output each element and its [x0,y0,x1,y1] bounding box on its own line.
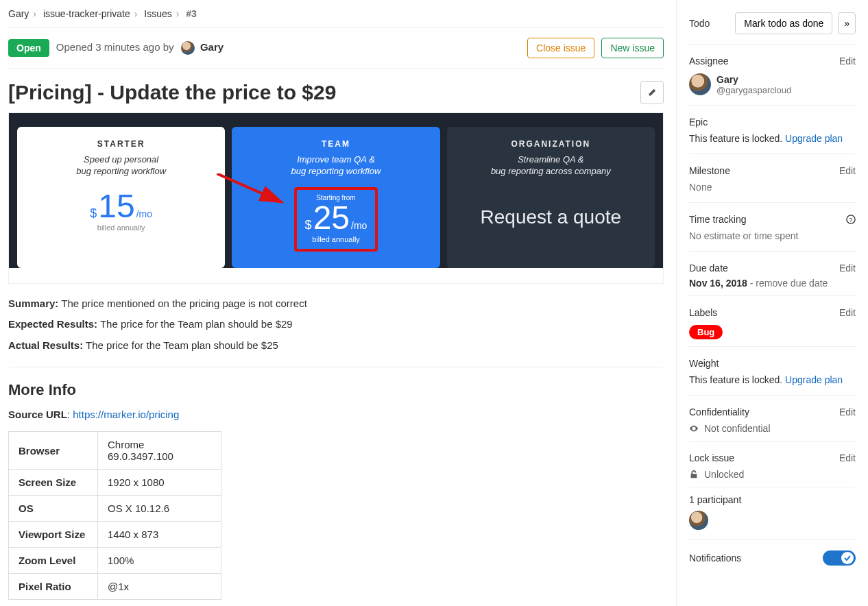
lock-issue-value: Unlocked [704,469,744,480]
notifications-toggle[interactable] [823,550,856,566]
opened-text: Opened 3 minutes ago by Gary [56,41,224,55]
pencil-icon [647,88,657,97]
table-row: BrowserChrome 69.0.3497.100 [9,432,221,470]
source-url-link[interactable]: https://marker.io/pricing [73,409,179,420]
todo-label: Todo [689,18,710,29]
status-badge: Open [8,39,49,57]
weight-title: Weight [689,358,719,369]
plan-starter: STARTER Speed up personalbug reporting w… [17,127,225,268]
new-issue-button[interactable]: New issue [601,38,664,58]
more-info-heading: More Info [8,381,664,399]
unlock-icon [689,470,699,479]
mark-todo-done-button[interactable]: Mark todo as done [735,12,832,34]
time-tracking-value: No estimate or time spent [689,229,856,244]
env-table: BrowserChrome 69.0.3497.100 Screen Size1… [8,431,221,600]
issue-title: [Pricing] - Update the price to $29 [8,81,640,104]
label-bug[interactable]: Bug [689,325,723,339]
breadcrumb-repo[interactable]: issue-tracker-private [43,8,130,19]
epic-upgrade-link[interactable]: Upgrade plan [785,133,843,144]
plan-organization: ORGANIZATION Streamline QA &bug reportin… [447,127,655,268]
labels-edit[interactable]: Edit [839,307,856,318]
milestone-value: None [689,180,856,195]
table-row: OSOS X 10.12.6 [9,496,221,522]
assignee-name: Gary [716,74,791,85]
confidentiality-value: Not confidential [704,423,771,434]
assignee-title: Assignee [689,56,729,66]
annotation-arrow-icon [217,173,292,215]
notifications-title: Notifications [689,553,741,563]
lock-issue-title: Lock issue [689,452,734,463]
due-date-edit[interactable]: Edit [839,263,856,274]
assignee-edit[interactable]: Edit [839,56,856,66]
table-row: Screen Size1920 x 1080 [9,470,221,496]
milestone-title: Milestone [689,165,730,176]
breadcrumb-issue-num: #3 [186,8,197,19]
assignee-avatar[interactable] [689,73,711,95]
svg-line-0 [217,173,282,202]
milestone-edit[interactable]: Edit [839,165,856,176]
confidentiality-title: Confidentiality [689,407,749,417]
remove-due-date-link[interactable]: remove due date [756,278,828,289]
due-date-value: Nov 16, 2018 [689,278,747,289]
breadcrumb-owner[interactable]: Gary [8,8,29,19]
due-date-title: Due date [689,263,728,274]
issue-description: Summary: The price mentioned on the pric… [7,296,665,354]
assignee-handle: @garygasparcloud [716,85,791,95]
help-icon[interactable]: ? [846,215,856,224]
close-issue-button[interactable]: Close issue [527,38,594,58]
edit-title-button[interactable] [640,81,664,104]
issue-header: Open Opened 3 minutes ago by Gary Close … [7,28,665,69]
weight-upgrade-link[interactable]: Upgrade plan [785,374,843,385]
svg-text:?: ? [849,217,853,223]
breadcrumb-section[interactable]: Issues [144,8,171,19]
author-name[interactable]: Gary [200,41,224,53]
plan-team: TEAM Improve team QA &bug reporting work… [232,127,439,268]
time-tracking-title: Time tracking [689,214,747,225]
participant-avatar[interactable] [689,511,708,530]
eye-icon [689,424,699,433]
confidentiality-edit[interactable]: Edit [839,407,856,417]
labels-title: Labels [689,307,717,318]
participants-count: 1 participant [689,494,856,505]
collapse-sidebar-button[interactable]: » [838,12,856,34]
author-avatar[interactable] [181,41,195,55]
table-row: Pixel Ratio@1x [9,574,221,600]
epic-title: Epic [689,117,708,128]
breadcrumb: Gary› issue-tracker-private› Issues› #3 [7,8,665,28]
issue-sidebar: Todo Mark todo as done » AssigneeEdit Ga… [676,0,868,606]
attached-screenshot: STARTER Speed up personalbug reporting w… [8,112,664,284]
lock-issue-edit[interactable]: Edit [839,452,856,463]
table-row: Viewport Size1440 x 873 [9,522,221,548]
table-row: Zoom Level100% [9,548,221,574]
check-icon [844,555,851,561]
annotation-highlight: Starting from $25/mo billed annually [294,187,378,252]
